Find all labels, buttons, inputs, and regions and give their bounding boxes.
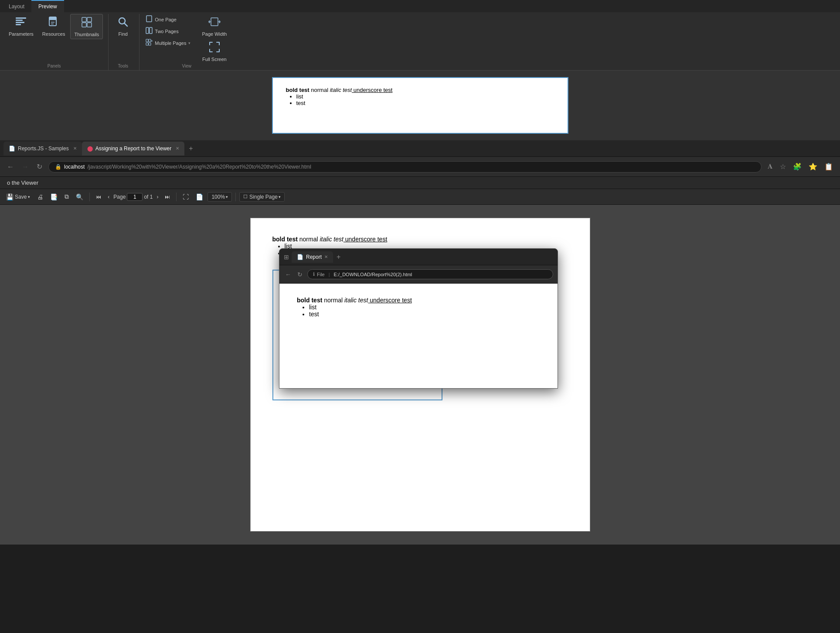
toolbar-separator-1 xyxy=(89,193,90,201)
zoom-dropdown[interactable]: 100% ▾ xyxy=(207,192,232,202)
save-icon: 💾 xyxy=(6,193,14,200)
reader-mode-button[interactable]: 𝐀 xyxy=(766,161,775,173)
svg-rect-0 xyxy=(16,17,26,19)
view-btns-col: Page Width Full Screen xyxy=(198,14,230,64)
one-page-button[interactable]: One Page xyxy=(143,14,193,25)
print-button[interactable]: 🖨 xyxy=(34,192,46,202)
panels-content: Parameters Resources xyxy=(5,14,103,64)
preview-area: bold test normal italic test underscore … xyxy=(0,71,840,140)
resources-button[interactable]: Resources xyxy=(39,14,69,38)
floating-bold-text: bold test xyxy=(297,297,322,304)
thumbnails-button[interactable]: Thumbnails xyxy=(70,14,103,39)
svg-rect-21 xyxy=(211,18,218,26)
page-mode-arrow: ▾ xyxy=(279,195,281,199)
favorites-button[interactable]: ⭐ xyxy=(807,161,819,173)
fit-page-button[interactable]: ⛶ xyxy=(180,192,191,202)
floating-address-input[interactable]: ℹ File | E:/_DOWNLOAD/Report%20(2).html xyxy=(307,269,553,279)
viewer-search-button[interactable]: 🔍 xyxy=(73,192,86,202)
svg-rect-2 xyxy=(16,22,24,23)
preview-list: list test xyxy=(296,93,554,106)
find-icon xyxy=(117,16,129,30)
address-bar: ← → ↻ 🔒 localhost/javascript/Working%20w… xyxy=(0,157,840,177)
copy-button[interactable]: ⧉ xyxy=(62,192,71,202)
extensions-button[interactable]: 🧩 xyxy=(791,161,803,173)
tab-layout[interactable]: Layout xyxy=(2,0,31,12)
page-title: o the Viewer xyxy=(7,179,38,186)
page-label: Page xyxy=(113,194,126,200)
viewer-toolbar: 💾 Save ▾ 🖨 📑 ⧉ 🔍 ⏮ ‹ Page of 1 › ⏭ ⛶ 📄 1… xyxy=(0,189,840,205)
page-width-button[interactable]: Page Width xyxy=(198,14,230,38)
ribbon-group-tools: Find Tools xyxy=(110,14,139,70)
report-italic-text: italic test xyxy=(320,236,343,243)
floating-refresh-button[interactable]: ↻ xyxy=(296,270,304,279)
refresh-button[interactable]: ↻ xyxy=(35,161,44,173)
tab-favicon-viewer: ⬤ xyxy=(87,146,93,152)
fit-page-icon: ⛶ xyxy=(183,193,189,200)
browser-tab-viewer[interactable]: ⬤ Assigning a Report to the Viewer ✕ xyxy=(82,142,185,156)
svg-rect-17 xyxy=(146,39,148,42)
back-button[interactable]: ← xyxy=(5,161,16,173)
new-tab-button[interactable]: + xyxy=(184,143,197,154)
tab-preview[interactable]: Preview xyxy=(31,0,64,12)
floating-file-label: File xyxy=(317,272,325,277)
bookmark-button[interactable]: ☆ xyxy=(778,161,788,173)
svg-rect-11 xyxy=(87,23,92,27)
page-mode-value: Single Page xyxy=(249,194,278,200)
floating-info-icon: ℹ xyxy=(313,271,315,277)
ribbon-group-view: One Page Two Pages xyxy=(141,14,235,70)
svg-rect-19 xyxy=(146,43,148,45)
page-number-input[interactable] xyxy=(127,193,143,201)
next-page-button[interactable]: › xyxy=(154,193,161,201)
ribbon: Layout Preview Parameters xyxy=(0,0,840,71)
list-item: test xyxy=(309,311,540,318)
floating-normal-text: normal xyxy=(322,297,344,304)
svg-rect-10 xyxy=(82,23,86,27)
fit-width-icon: 📄 xyxy=(196,193,203,200)
two-pages-icon xyxy=(146,27,153,35)
floating-tab[interactable]: 📄 Report ✕ xyxy=(292,251,333,263)
first-page-button[interactable]: ⏮ xyxy=(93,193,104,201)
tools-label: Tools xyxy=(112,64,134,70)
collections-button[interactable]: 📋 xyxy=(823,161,835,173)
bookmark-mgr-button[interactable]: 📑 xyxy=(48,192,60,202)
browser-menu-icon[interactable]: ⊞ xyxy=(284,254,289,261)
find-button[interactable]: Find xyxy=(112,14,134,38)
svg-rect-16 xyxy=(150,27,152,34)
multiple-pages-button[interactable]: Multiple Pages ▾ xyxy=(143,37,193,48)
last-page-button[interactable]: ⏭ xyxy=(162,193,173,201)
tab-close-samples[interactable]: ✕ xyxy=(73,146,77,151)
browser-tab-samples[interactable]: 📄 Reports.JS - Samples ✕ xyxy=(3,142,82,156)
floating-address-text: E:/_DOWNLOAD/Report%20(2).html xyxy=(334,272,412,277)
report-normal-text: normal xyxy=(298,236,320,243)
floating-tab-close[interactable]: ✕ xyxy=(324,254,328,259)
page-mode-dropdown[interactable]: ☐ Single Page ▾ xyxy=(239,192,285,202)
floating-new-tab[interactable]: + xyxy=(333,251,344,263)
full-screen-icon xyxy=(208,41,221,56)
svg-rect-15 xyxy=(146,27,149,34)
zoom-arrow: ▾ xyxy=(226,195,228,199)
prev-page-button[interactable]: ‹ xyxy=(105,193,112,201)
ribbon-body: Parameters Resources xyxy=(0,12,840,70)
address-actions: 𝐀 ☆ 🧩 ⭐ 📋 xyxy=(766,161,835,173)
save-button[interactable]: 💾 Save ▾ xyxy=(3,192,33,202)
list-item: list xyxy=(296,93,554,100)
page-of-label: of 1 xyxy=(144,194,153,200)
lock-icon: 🔒 xyxy=(55,164,61,170)
view-content: One Page Two Pages xyxy=(143,14,230,64)
two-pages-button[interactable]: Two Pages xyxy=(143,26,193,37)
floating-browser-content: bold test normal italic test underscore … xyxy=(279,284,558,388)
toolbar-separator-2 xyxy=(176,193,177,201)
save-dropdown-arrow: ▾ xyxy=(28,195,30,199)
ribbon-tabs: Layout Preview xyxy=(0,0,840,12)
floating-tab-favicon: 📄 xyxy=(297,254,303,260)
floating-back-button[interactable]: ← xyxy=(284,270,292,279)
forward-button[interactable]: → xyxy=(20,161,31,173)
page-navigation: ⏮ ‹ Page of 1 › ⏭ xyxy=(93,193,173,201)
address-input[interactable]: 🔒 localhost/javascript/Working%20with%20… xyxy=(48,161,762,173)
report-bold-text: bold test xyxy=(272,236,298,243)
zoom-value: 100% xyxy=(211,194,225,200)
fit-width-button[interactable]: 📄 xyxy=(193,192,206,202)
full-screen-button[interactable]: Full Screen xyxy=(198,39,230,64)
tab-close-viewer[interactable]: ✕ xyxy=(176,146,179,151)
parameters-button[interactable]: Parameters xyxy=(5,14,37,38)
